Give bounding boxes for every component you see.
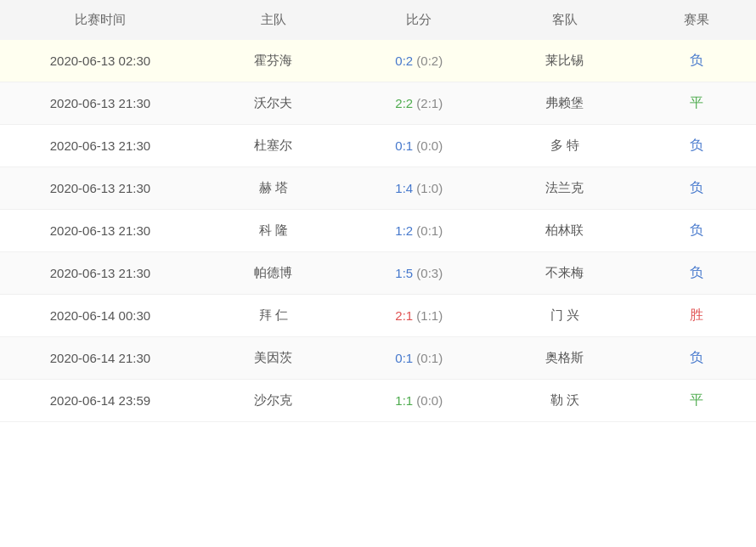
match-score: 2:2 (2:1) [346,82,492,125]
home-team: 帕德博 [200,252,347,295]
home-team: 沃尔夫 [200,82,347,125]
table-row: 2020-06-13 02:30霍芬海0:2 (0:2)莱比锡负 [0,40,756,82]
result-label: 负 [690,138,703,152]
table-row: 2020-06-13 21:30杜塞尔0:1 (0:0)多 特负 [0,125,756,167]
table-row: 2020-06-13 21:30沃尔夫2:2 (2:1)弗赖堡平 [0,82,756,125]
match-time: 2020-06-13 02:30 [0,40,200,82]
table-header-row: 比赛时间 主队 比分 客队 赛果 [0,0,756,40]
score-main: 1:2 [395,223,413,238]
away-team: 勒 沃 [492,380,638,422]
score-main: 0:1 [395,351,413,365]
match-score: 0:1 (0:1) [346,337,492,380]
away-team: 不来梅 [492,252,638,295]
score-half: (0:0) [416,393,443,408]
header-score: 比分 [346,0,492,40]
match-score: 2:1 (1:1) [346,295,492,337]
home-team: 拜 仁 [200,295,347,337]
match-result: 负 [638,40,756,82]
match-result: 负 [638,125,756,167]
result-label: 平 [690,392,703,407]
match-score: 0:2 (0:2) [346,40,492,82]
table-row: 2020-06-13 21:30赫 塔1:4 (1:0)法兰克负 [0,167,756,210]
match-score: 0:1 (0:0) [346,125,492,167]
match-result: 负 [638,337,756,380]
score-half: (0:2) [416,54,443,68]
score-half: (2:1) [416,96,443,110]
match-result: 负 [638,252,756,295]
table-row: 2020-06-13 21:30帕德博1:5 (0:3)不来梅负 [0,252,756,295]
result-label: 负 [690,265,703,279]
match-result: 负 [638,167,756,210]
away-team: 弗赖堡 [492,82,638,125]
match-result: 平 [638,380,756,422]
score-main: 1:5 [395,266,413,280]
away-team: 莱比锡 [492,40,638,82]
match-score: 1:1 (0:0) [346,380,492,422]
score-half: (0:3) [416,266,443,280]
match-time: 2020-06-13 21:30 [0,252,200,295]
away-team: 柏林联 [492,210,638,252]
match-time: 2020-06-13 21:30 [0,125,200,167]
result-label: 负 [690,53,703,67]
header-result: 赛果 [638,0,756,40]
away-team: 多 特 [492,125,638,167]
home-team: 杜塞尔 [200,125,347,167]
score-half: (0:1) [416,351,443,365]
home-team: 科 隆 [200,210,347,252]
result-label: 胜 [690,307,703,322]
away-team: 奥格斯 [492,337,638,380]
table-row: 2020-06-13 21:30科 隆1:2 (0:1)柏林联负 [0,210,756,252]
score-half: (0:0) [416,138,443,153]
matches-table-container: 比赛时间 主队 比分 客队 赛果 2020-06-13 02:30霍芬海0:2 … [0,0,756,422]
score-half: (1:0) [416,181,443,195]
score-main: 1:4 [395,181,413,195]
table-row: 2020-06-14 23:59沙尔克1:1 (0:0)勒 沃平 [0,380,756,422]
table-row: 2020-06-14 00:30拜 仁2:1 (1:1)门 兴胜 [0,295,756,337]
score-half: (0:1) [416,223,443,238]
match-score: 1:4 (1:0) [346,167,492,210]
match-score: 1:5 (0:3) [346,252,492,295]
match-result: 胜 [638,295,756,337]
result-label: 平 [690,95,703,110]
table-row: 2020-06-14 21:30美因茨0:1 (0:1)奥格斯负 [0,337,756,380]
result-label: 负 [690,350,703,364]
score-half: (1:1) [416,308,443,323]
result-label: 负 [690,223,703,237]
match-score: 1:2 (0:1) [346,210,492,252]
away-team: 门 兴 [492,295,638,337]
home-team: 沙尔克 [200,380,347,422]
match-result: 平 [638,82,756,125]
score-main: 2:1 [395,308,413,323]
match-time: 2020-06-14 23:59 [0,380,200,422]
match-time: 2020-06-13 21:30 [0,167,200,210]
header-time: 比赛时间 [0,0,200,40]
home-team: 赫 塔 [200,167,347,210]
match-time: 2020-06-13 21:30 [0,82,200,125]
header-home: 主队 [200,0,347,40]
home-team: 霍芬海 [200,40,347,82]
score-main: 0:2 [395,54,413,68]
score-main: 1:1 [395,393,413,408]
home-team: 美因茨 [200,337,347,380]
match-result: 负 [638,210,756,252]
result-label: 负 [690,180,703,195]
away-team: 法兰克 [492,167,638,210]
header-away: 客队 [492,0,638,40]
match-time: 2020-06-14 21:30 [0,337,200,380]
match-time: 2020-06-14 00:30 [0,295,200,337]
matches-table: 比赛时间 主队 比分 客队 赛果 2020-06-13 02:30霍芬海0:2 … [0,0,756,422]
match-time: 2020-06-13 21:30 [0,210,200,252]
score-main: 0:1 [395,138,413,153]
score-main: 2:2 [395,96,413,110]
